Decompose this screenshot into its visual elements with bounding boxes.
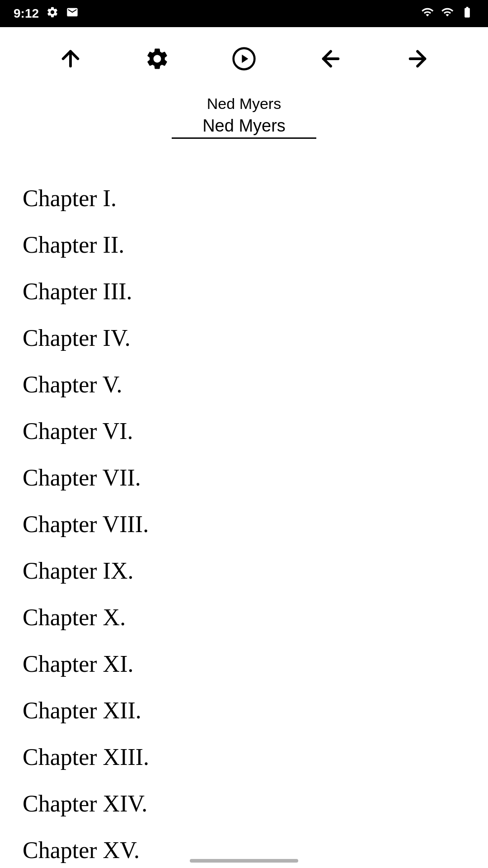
chapter-item[interactable]: Chapter VIII. xyxy=(23,501,465,547)
battery-icon xyxy=(460,6,474,22)
status-bar: 9:12 xyxy=(0,0,488,27)
svg-marker-2 xyxy=(242,55,248,63)
title-area: Ned Myers Ned Myers xyxy=(0,90,488,166)
chapter-item[interactable]: Chapter VII. xyxy=(23,454,465,501)
signal-icon xyxy=(441,6,454,22)
play-button[interactable] xyxy=(226,41,262,77)
wifi-icon xyxy=(420,6,435,22)
toolbar xyxy=(0,27,488,90)
chapter-list: Chapter I.Chapter II.Chapter III.Chapter… xyxy=(0,166,488,868)
chapter-item[interactable]: Chapter XIV. xyxy=(23,780,465,827)
up-arrow-button[interactable] xyxy=(52,41,89,77)
chapter-item[interactable]: Chapter XIII. xyxy=(23,734,465,780)
status-left: 9:12 xyxy=(14,6,79,22)
chapter-item[interactable]: Chapter I. xyxy=(23,175,465,222)
status-right xyxy=(420,6,474,22)
book-title-top: Ned Myers xyxy=(0,95,488,113)
chapter-item[interactable]: Chapter XII. xyxy=(23,687,465,734)
settings-button[interactable] xyxy=(139,41,175,77)
forward-button[interactable] xyxy=(399,41,436,77)
chapter-item[interactable]: Chapter IX. xyxy=(23,547,465,594)
back-button[interactable] xyxy=(313,41,349,77)
chapter-item[interactable]: Chapter III. xyxy=(23,268,465,315)
chapter-item[interactable]: Chapter XI. xyxy=(23,641,465,687)
gmail-status-icon xyxy=(66,6,79,22)
home-indicator xyxy=(190,859,298,863)
chapter-item[interactable]: Chapter V. xyxy=(23,361,465,408)
chapter-item[interactable]: Chapter II. xyxy=(23,222,465,268)
settings-status-icon xyxy=(46,6,59,22)
book-title-underline: Ned Myers xyxy=(172,116,316,139)
chapter-item[interactable]: Chapter IV. xyxy=(23,315,465,361)
status-time: 9:12 xyxy=(14,6,39,21)
chapter-item[interactable]: Chapter VI. xyxy=(23,408,465,454)
chapter-item[interactable]: Chapter X. xyxy=(23,594,465,641)
